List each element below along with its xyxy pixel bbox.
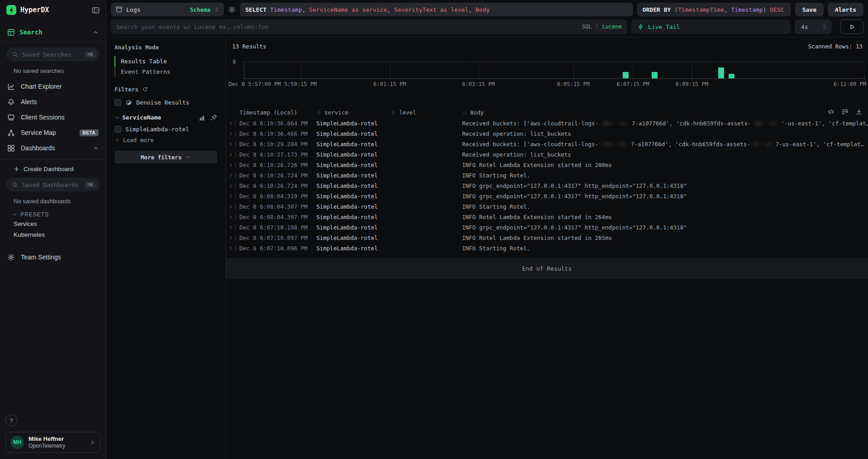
facet-chart-icon[interactable] [199, 114, 205, 121]
event-search-input[interactable]: Search your events w/ Lucene ex. column:… [111, 19, 627, 34]
checkbox[interactable] [114, 126, 121, 133]
row-service: SimpleLambda-rotel [316, 141, 391, 148]
facet-value-row[interactable]: SimpleLambda-rotel [114, 126, 217, 133]
presets-header[interactable]: PRESETS [12, 211, 106, 218]
select-tokens: Timestamp, ServiceName as service, Sever… [270, 6, 490, 13]
create-dashboard-button[interactable]: Create Dashboard [14, 166, 99, 172]
end-of-results: End of Results [226, 258, 868, 279]
user-card[interactable]: MH Mike Heffner OpenTelemetry [5, 432, 100, 453]
sidebar-item-dashboards[interactable]: Dashboards [0, 140, 106, 156]
sidebar-item-chart-explorer[interactable]: Chart Explorer [0, 79, 106, 94]
table-row[interactable]: Dec 8 6:08:04.307 PMSimpleLambda-rotelIN… [226, 212, 868, 222]
sidebar-item-client-sessions[interactable]: Client Sessions [0, 110, 106, 125]
table-row[interactable]: Dec 8 6:08:04.319 PMSimpleLambda-rotelIN… [226, 191, 868, 201]
drag-handle-icon[interactable] [316, 110, 321, 115]
sidebar-item-service-map[interactable]: Service MapBETA [0, 125, 106, 140]
logs-source-icon [115, 6, 123, 13]
select-clause-input[interactable]: SELECT Timestamp, ServiceName as service… [240, 3, 633, 16]
row-expander[interactable] [226, 141, 238, 147]
drag-handle-icon[interactable] [462, 110, 467, 115]
sidebar-item-alerts[interactable]: Alerts [0, 94, 106, 110]
row-body: Received buckets: ['aws-cloudtrail-logs-… [462, 120, 868, 127]
row-expander[interactable] [226, 204, 238, 210]
download-icon[interactable] [855, 108, 863, 115]
row-expander[interactable] [226, 193, 238, 199]
content: Analysis Mode Results TableEvent Pattern… [106, 38, 868, 459]
table-row[interactable]: Dec 8 6:07:10.108 PMSimpleLambda-rotelIN… [226, 222, 868, 233]
table-row[interactable]: Dec 8 6:07:10.097 PMSimpleLambda-rotelIN… [226, 233, 868, 243]
table-row[interactable]: Dec 8 6:10:29.284 PMSimpleLambda-rotelRe… [226, 139, 868, 149]
source-select[interactable]: Logs Schema [111, 3, 224, 16]
results-count: 13 Results [232, 43, 266, 50]
table-row[interactable]: Dec 8 6:10:26.724 PMSimpleLambda-rotelIN… [226, 170, 868, 181]
analysis-mode-results-table[interactable]: Results Table [114, 56, 217, 67]
sidebar-item-label: Service Map [21, 129, 74, 136]
histogram-bar[interactable] [652, 72, 658, 78]
save-button[interactable]: Save [795, 3, 824, 16]
row-expander[interactable] [226, 162, 238, 168]
collapse-sidebar-icon[interactable] [92, 6, 100, 14]
denoise-results-checkbox-row[interactable]: Denoise Results [114, 99, 217, 106]
x-axis-tickmark [692, 78, 692, 80]
sidebar-item-team-settings[interactable]: Team Settings [0, 249, 106, 265]
facet-servicename-header[interactable]: ServiceName [114, 114, 217, 121]
source-settings-gear-icon[interactable] [228, 6, 236, 14]
saved-dashboards-input[interactable]: Saved Dashboards ⌘K [6, 178, 100, 191]
drag-handle-icon[interactable] [391, 110, 396, 115]
more-filters-button[interactable]: More filters [114, 151, 217, 163]
table-row[interactable]: Dec 8 6:07:10.096 PMSimpleLambda-rotelIN… [226, 243, 868, 253]
column-header-level[interactable]: level [391, 109, 462, 116]
table-row[interactable]: Dec 8 6:08:04.307 PMSimpleLambda-rotelIN… [226, 201, 868, 212]
lucene-toggle[interactable]: Lucene [602, 24, 622, 30]
shortcut-badge: ⌘K [85, 182, 96, 188]
row-expander[interactable] [226, 225, 238, 230]
refresh-interval-select[interactable]: 4s [795, 19, 832, 34]
checkbox[interactable] [114, 99, 121, 106]
run-query-button[interactable] [840, 19, 863, 34]
code-icon[interactable] [827, 108, 835, 115]
histogram-bar[interactable] [623, 72, 629, 78]
row-expander[interactable] [226, 152, 238, 158]
column-header-service[interactable]: service [316, 109, 391, 116]
x-axis-tickmark [301, 78, 301, 80]
saved-searches-input[interactable]: Saved Searches ⌘K [6, 48, 100, 61]
alerts-button[interactable]: Alerts [828, 3, 863, 16]
row-expander[interactable] [226, 120, 238, 126]
sidebar-item-search[interactable]: Search [0, 26, 106, 38]
table-row[interactable]: Dec 8 6:10:36.864 PMSimpleLambda-rotelRe… [226, 118, 868, 129]
refresh-filters-icon[interactable] [142, 86, 148, 92]
x-axis-tickmark [573, 78, 574, 80]
chevron-right-icon [229, 225, 234, 230]
table-row[interactable]: Dec 8 6:10:26.726 PMSimpleLambda-rotelIN… [226, 160, 868, 170]
row-expander[interactable] [226, 245, 238, 251]
table-row[interactable]: Dec 8 6:10:36.466 PMSimpleLambda-rotelRe… [226, 129, 868, 139]
preset-item-services[interactable]: Services [0, 219, 106, 230]
row-expander[interactable] [226, 235, 238, 241]
row-expander[interactable] [226, 214, 238, 220]
sidebar-item-label: Client Sessions [21, 114, 99, 121]
chevron-up-icon[interactable] [93, 29, 99, 35]
order-by-input[interactable]: ORDER BY (TimestampTime, Timestamp) DESC [637, 3, 791, 16]
body-text: INFO grpc_endpoint="127.0.0.1:4317" http… [462, 193, 687, 200]
wrap-lines-icon[interactable] [841, 108, 849, 115]
row-expander[interactable] [226, 172, 238, 178]
live-tail-button[interactable]: Live Tail [631, 19, 791, 34]
sql-toggle[interactable]: SQL [582, 24, 592, 30]
table-row[interactable]: Dec 8 6:10:27.173 PMSimpleLambda-rotelRe… [226, 149, 868, 160]
analysis-mode-heading: Analysis Mode [114, 44, 217, 51]
column-header-timestamp[interactable]: Timestamp (Local) [226, 109, 316, 116]
histogram-bar[interactable] [729, 74, 734, 78]
analysis-mode-event-patterns[interactable]: Event Patterns [114, 67, 217, 77]
help-button[interactable]: ? [5, 415, 17, 426]
row-expander[interactable] [226, 131, 238, 137]
load-more-button[interactable]: Load more [114, 137, 217, 143]
query-token: , [387, 6, 394, 13]
row-expander[interactable] [226, 183, 238, 189]
row-timestamp: Dec 8 6:07:10.108 PM [238, 224, 316, 231]
preset-item-kubernetes[interactable]: Kubernetes [0, 230, 106, 240]
pin-icon[interactable] [210, 114, 217, 121]
histogram-bar[interactable] [718, 67, 724, 78]
shortcut-badge: ⌘K [85, 51, 96, 58]
table-row[interactable]: Dec 8 6:10:26.724 PMSimpleLambda-rotelIN… [226, 181, 868, 191]
column-header-body[interactable]: Body [462, 109, 868, 116]
